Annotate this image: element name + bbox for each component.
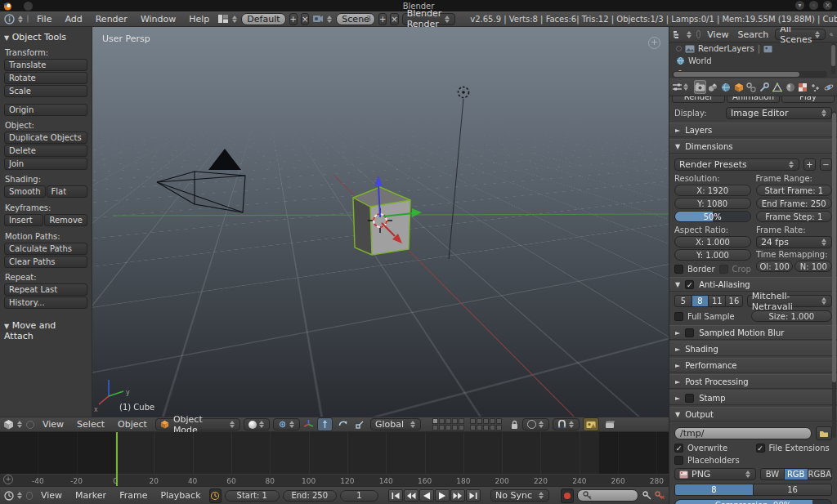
manipulator-translate-toggle[interactable]: [317, 417, 333, 431]
tab-material[interactable]: [784, 80, 796, 94]
editor-type-properties-icon[interactable]: [672, 81, 683, 93]
outliner-pin-icon[interactable]: [696, 30, 700, 38]
close-button[interactable]: ×: [823, 1, 832, 10]
remap-old-field[interactable]: Ol: 100: [756, 261, 794, 272]
timeline-menu-frame[interactable]: Frame: [114, 490, 152, 501]
dimensions-panel-header[interactable]: ▼Dimensions: [669, 139, 837, 154]
clear-paths-button[interactable]: Clear Paths: [4, 256, 87, 268]
shading-panel-header[interactable]: ►Shading: [669, 341, 837, 356]
manipulator-scale-toggle[interactable]: [353, 418, 367, 430]
jump-to-start-button[interactable]: [388, 489, 403, 502]
resolution-y-field[interactable]: Y: 1080: [674, 198, 751, 209]
smooth-button[interactable]: Smooth: [4, 185, 46, 198]
viewport-menu-object[interactable]: Object: [113, 419, 152, 430]
editor-type-info-icon[interactable]: [4, 13, 15, 25]
resolution-percentage-slider[interactable]: 50%: [674, 211, 751, 222]
screen-layout-field[interactable]: Default: [241, 13, 285, 25]
sync-dropdown[interactable]: No Sync: [490, 489, 549, 502]
viewport-pin-icon[interactable]: [26, 421, 34, 429]
full-sample-checkbox[interactable]: [674, 312, 683, 321]
delete-button[interactable]: Delete: [4, 145, 87, 157]
color-depth-16[interactable]: 16: [753, 484, 832, 496]
editor-type-selector-timeline[interactable]: [17, 492, 23, 499]
color-depth-8[interactable]: 8: [674, 484, 754, 496]
region-expand-icon[interactable]: +: [648, 37, 660, 49]
mode-dropdown[interactable]: Object Mode: [155, 418, 240, 430]
prev-keyframe-button[interactable]: [404, 489, 418, 502]
render-button[interactable]: Render: [672, 96, 725, 103]
timeline-area[interactable]: -40-200204060801001201401601802002202402…: [0, 432, 669, 486]
editor-type-timeline-icon[interactable]: [4, 489, 14, 502]
tab-modifiers[interactable]: [759, 80, 771, 94]
render-opengl-still-button[interactable]: [583, 417, 599, 431]
layers-panel-header[interactable]: ►Layers: [669, 123, 837, 137]
border-checkbox[interactable]: [674, 265, 683, 274]
file-format-dropdown[interactable]: PNG: [674, 468, 756, 480]
properties-scrollbar[interactable]: [832, 111, 836, 438]
jump-to-end-button[interactable]: [466, 489, 481, 502]
add-layout-button[interactable]: +: [289, 13, 298, 25]
scene-selector[interactable]: [327, 16, 333, 23]
manipulator-z-arrow[interactable]: [374, 176, 383, 186]
animation-button[interactable]: Animation: [727, 96, 780, 103]
editor-type-outliner-icon[interactable]: [673, 29, 683, 41]
viewport-shading-dropdown[interactable]: [244, 418, 270, 430]
editor-type-selector-properties[interactable]: [683, 83, 689, 91]
stamp-checkbox[interactable]: [685, 394, 694, 403]
motion-blur-panel-header[interactable]: ►Sampled Motion Blur: [669, 325, 837, 340]
render-engine-dropdown[interactable]: Blender Render: [402, 13, 456, 25]
screen-layout-selector[interactable]: [232, 16, 238, 23]
tab-physics[interactable]: [822, 80, 835, 94]
scale-button[interactable]: Scale: [4, 85, 87, 97]
color-mode-bw[interactable]: BW: [760, 468, 785, 480]
join-button[interactable]: Join: [4, 158, 87, 170]
tab-object[interactable]: [732, 80, 745, 94]
menu-render[interactable]: Render: [91, 14, 132, 25]
delete-scene-button[interactable]: ×: [390, 13, 398, 25]
translate-button[interactable]: Translate: [4, 59, 87, 71]
manipulator-y-arrow[interactable]: [412, 208, 422, 217]
timeline-playhead[interactable]: [116, 432, 118, 486]
antialiasing-checkbox[interactable]: ✓: [685, 280, 694, 289]
editor-type-selector[interactable]: [18, 16, 24, 23]
scene-icon[interactable]: [312, 13, 324, 25]
visibility-dot-icon[interactable]: [676, 46, 682, 51]
menu-add[interactable]: Add: [60, 14, 87, 25]
tab-world[interactable]: [719, 80, 732, 94]
end-frame-props-field[interactable]: End Frame: 250: [756, 198, 833, 209]
add-preset-button[interactable]: +: [803, 158, 816, 171]
timeline-menu-playback[interactable]: Playback: [155, 490, 205, 501]
outliner-horizontal-scrollbar[interactable]: [672, 71, 827, 78]
timeline-menu-view[interactable]: View: [36, 490, 67, 501]
resolution-x-field[interactable]: X: 1920: [674, 185, 751, 196]
manipulator-axes-icon[interactable]: [303, 418, 314, 430]
tab-render[interactable]: [694, 80, 706, 94]
placeholders-checkbox[interactable]: [674, 456, 683, 465]
timeline-menu-marker[interactable]: Marker: [70, 490, 111, 501]
keying-set-field[interactable]: [577, 489, 639, 502]
calculate-paths-button[interactable]: Calculate Paths: [4, 243, 87, 255]
editor-type-3dview-icon[interactable]: [3, 418, 14, 430]
outliner-item-world[interactable]: World: [669, 55, 837, 67]
menu-help[interactable]: Help: [184, 14, 214, 25]
remove-preset-button[interactable]: −: [820, 158, 832, 171]
remap-new-field[interactable]: N: 100: [794, 261, 832, 272]
viewport-menu-view[interactable]: View: [38, 419, 69, 430]
maximize-button[interactable]: ◦: [809, 1, 818, 10]
flat-button[interactable]: Flat: [47, 185, 87, 198]
start-frame-props-field[interactable]: Start Frame: 1: [756, 185, 833, 196]
play-button[interactable]: [435, 489, 450, 502]
delete-keyframes-icon[interactable]: [655, 489, 665, 502]
rotate-button[interactable]: Rotate: [4, 72, 87, 84]
frame-step-field[interactable]: Frame Step: 1: [756, 211, 833, 222]
tab-object-data[interactable]: [771, 80, 783, 94]
end-frame-field[interactable]: End: 250: [283, 490, 338, 502]
tab-scene[interactable]: [707, 80, 719, 94]
stamp-panel-header[interactable]: ►Stamp: [669, 390, 837, 405]
play-reverse-button[interactable]: [419, 489, 434, 502]
camera-object[interactable]: [157, 149, 245, 212]
output-panel-header[interactable]: ▼Output: [669, 407, 837, 421]
outliner-scope-dropdown[interactable]: All Scenes: [775, 29, 826, 40]
scene-field[interactable]: Scene 3: [336, 13, 375, 25]
outliner-vertical-scrollbar[interactable]: [831, 43, 835, 74]
